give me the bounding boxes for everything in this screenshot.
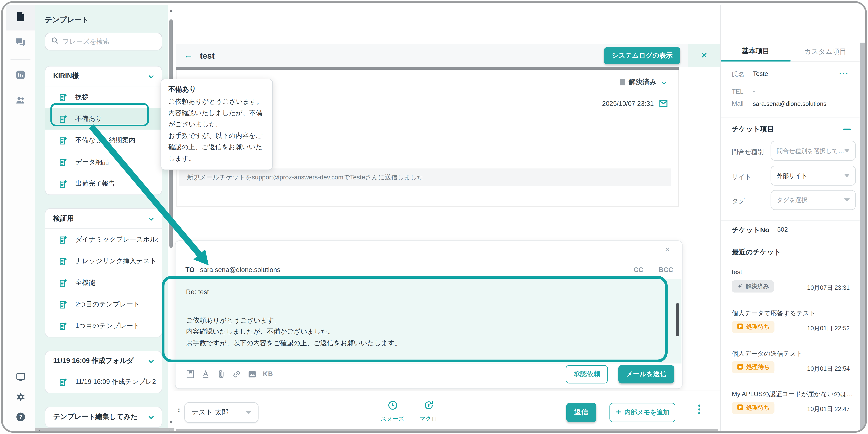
recent-ticket-title[interactable]: 個人データで応答するテスト xyxy=(732,309,855,317)
chat-square-icon xyxy=(737,364,743,371)
nav-templates[interactable] xyxy=(6,5,35,30)
cc-button[interactable]: CC xyxy=(633,266,643,274)
template-doc-icon xyxy=(59,378,67,386)
rail-divider xyxy=(10,59,30,60)
template-folder-1119: 11/19 16:09 作成フォルダ 11/19 16:09 作成テンプレ2 xyxy=(45,351,162,394)
recent-ticket-date: 10月01日 22:47 xyxy=(807,405,850,413)
scroll-down-icon[interactable]: ▼ xyxy=(168,419,175,426)
back-arrow-icon[interactable]: ← xyxy=(184,50,193,61)
right-panel-scrollbar[interactable] xyxy=(860,43,865,431)
more-dots-icon[interactable]: ••• xyxy=(839,70,848,76)
right-panel-tabs: 基本項目 カスタム項目 xyxy=(721,43,860,62)
assignee-select[interactable]: テスト 太郎 xyxy=(184,402,258,423)
recent-ticket-date: 10月07日 23:31 xyxy=(807,284,850,292)
template-item[interactable]: 全機能 xyxy=(45,272,162,294)
folder-header[interactable]: テンプレート編集してみた xyxy=(45,407,162,427)
inquiry-type-select[interactable]: 問合せ種別を選択して… xyxy=(771,141,856,161)
template-item[interactable]: 2つ目のテンプレート xyxy=(45,294,162,315)
plus-icon xyxy=(615,409,621,416)
nav-help[interactable]: ? xyxy=(6,408,35,428)
site-select[interactable]: 外部サイト xyxy=(771,166,856,186)
macro-label: マクロ xyxy=(411,415,446,423)
tab-custom-fields[interactable]: カスタム項目 xyxy=(790,43,861,62)
folder-header[interactable]: KIRIN様 xyxy=(45,66,162,86)
caret-down-icon xyxy=(844,149,850,152)
tag-select[interactable]: タグを選択 xyxy=(771,190,856,210)
scroll-right-icon[interactable]: ► xyxy=(169,428,173,433)
more-options-icon[interactable] xyxy=(695,404,703,414)
attachment-icon[interactable] xyxy=(217,369,226,379)
tab-basic-fields[interactable]: 基本項目 xyxy=(721,43,790,62)
template-doc-icon xyxy=(59,300,67,309)
chat-bubbles-icon xyxy=(15,36,26,50)
template-panel-title: テンプレート xyxy=(45,15,162,25)
compose-scrollbar-thumb[interactable] xyxy=(676,303,679,336)
sparkles-icon xyxy=(737,283,743,290)
screenshot-stage: ? テンプレート KIRIN様 挨拶 不備あり 不備なし・納期案内 データ納品 … xyxy=(0,0,868,434)
recent-ticket-title[interactable]: test xyxy=(732,269,855,276)
reply-button[interactable]: 返信 xyxy=(566,403,596,422)
macro-refresh-icon xyxy=(423,400,434,410)
scroll-left-icon[interactable]: ◄ xyxy=(36,428,40,433)
caret-down-icon xyxy=(246,411,251,414)
add-internal-memo-button[interactable]: 内部メモを追加 xyxy=(609,403,675,422)
panel-divider xyxy=(721,117,860,117)
scroll-left-icon[interactable]: ◄ xyxy=(178,429,182,433)
gear-icon xyxy=(15,392,26,404)
compose-to-row: TO sara.sena@dione.solutions CC BCC xyxy=(185,263,673,276)
nav-customers[interactable] xyxy=(6,89,35,114)
snooze-button[interactable]: スヌーズ xyxy=(375,400,410,423)
template-doc-icon xyxy=(59,136,67,145)
font-color-icon[interactable] xyxy=(201,369,211,379)
ticket-status-dropdown[interactable]: 解決済み xyxy=(620,78,668,87)
ticket-top-scrollbar[interactable] xyxy=(176,67,679,70)
compose-toolbar: KB 承認依頼 メールを送信 xyxy=(185,365,674,383)
right-panel: 基本項目 カスタム項目 氏名 Teste ••• TEL - Mail sara… xyxy=(720,5,865,431)
nav-settings[interactable] xyxy=(6,388,35,408)
search-input[interactable] xyxy=(62,38,156,46)
nav-monitor[interactable] xyxy=(6,368,35,388)
collapse-minus-icon[interactable] xyxy=(843,128,851,130)
template-doc-icon xyxy=(59,93,67,102)
send-mail-button[interactable]: メールを送信 xyxy=(619,365,674,383)
nav-chats[interactable] xyxy=(6,30,35,56)
message-datetime: 2025/10/07 23:31 xyxy=(602,99,654,107)
template-item[interactable]: 11/19 16:09 作成テンプレ2 xyxy=(45,371,162,393)
approval-request-button[interactable]: 承認依頼 xyxy=(566,365,608,383)
main-horizontal-scrollbar[interactable]: ◄ ► xyxy=(176,429,718,433)
left-nav-rail: ? xyxy=(6,5,35,431)
recent-ticket-title[interactable]: My APLUSの認証コードが届かないのは、なぜで… xyxy=(732,390,855,399)
template-doc-icon xyxy=(59,257,67,266)
assignee-value: テスト 太郎 xyxy=(191,408,228,417)
ticket-fields-title: チケット項目 xyxy=(732,125,774,134)
chevron-down-icon xyxy=(147,357,155,365)
template-search[interactable] xyxy=(45,33,162,50)
close-icon[interactable]: × xyxy=(701,50,707,61)
template-horizontal-scrollbar[interactable]: ◄ ► xyxy=(35,428,175,433)
recent-ticket-title[interactable]: 個人データの送信テスト xyxy=(732,350,855,358)
scroll-up-icon[interactable]: ▲ xyxy=(168,7,175,14)
template-doc-icon xyxy=(59,158,67,167)
help-icon: ? xyxy=(15,411,26,424)
recent-ticket-date: 10月01日 22:54 xyxy=(807,365,850,373)
system-log-button[interactable]: システムログの表示 xyxy=(604,47,680,64)
status-square-icon xyxy=(620,79,625,85)
scroll-right-icon[interactable]: ► xyxy=(712,429,716,433)
svg-text:?: ? xyxy=(19,413,22,420)
macro-button[interactable]: マクロ xyxy=(411,400,446,423)
folder-header[interactable]: 11/19 16:09 作成フォルダ xyxy=(45,351,162,371)
mail-icon xyxy=(659,99,668,108)
caret-down-icon xyxy=(844,198,850,202)
select-label: タグ xyxy=(732,197,745,206)
template-item[interactable]: 1つ目のテンプレート xyxy=(45,315,162,337)
template-insert-icon[interactable] xyxy=(185,369,195,379)
recent-ticket-date: 10月01日 22:52 xyxy=(807,324,850,332)
image-icon[interactable] xyxy=(247,369,257,379)
link-icon[interactable] xyxy=(232,369,242,379)
assignee-colon: : xyxy=(178,406,180,414)
knowledge-base-button[interactable]: KB xyxy=(263,370,273,378)
nav-reports[interactable] xyxy=(6,63,35,89)
status-badge-resolved: 解決済み xyxy=(732,281,774,293)
bcc-button[interactable]: BCC xyxy=(659,266,673,274)
compose-close-icon[interactable]: × xyxy=(665,244,670,254)
